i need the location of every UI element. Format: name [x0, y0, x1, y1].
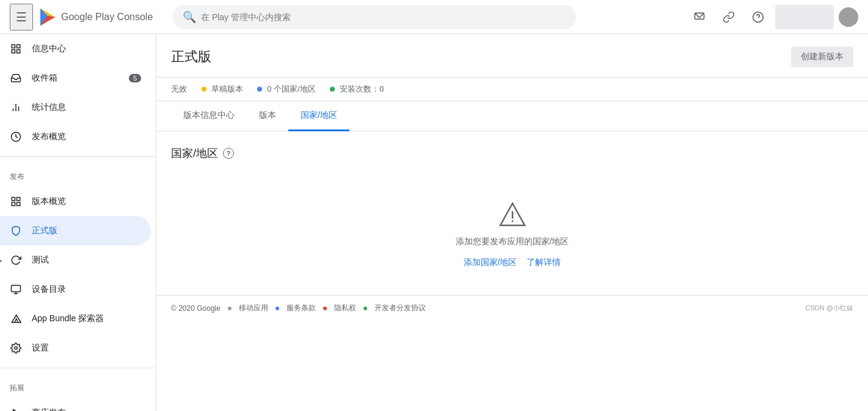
sidebar-item-inbox[interactable]: 收件箱 5: [0, 64, 151, 93]
svg-rect-8: [17, 45, 20, 48]
version-grid-icon: [10, 195, 22, 208]
sidebar-item-label: 商店发布: [32, 407, 141, 411]
svg-rect-18: [17, 203, 20, 206]
content-area: 国家/地区 ? 添加您要发布应用的国家/地区 添加国家/地区 了解详情: [156, 131, 868, 295]
sidebar-item-store-publish[interactable]: ▶ 商店发布: [0, 398, 151, 411]
publish-section-label: 发布: [0, 162, 156, 187]
sidebar-item-label: 统计信息: [32, 102, 141, 113]
empty-state: 添加您要发布应用的国家/地区 添加国家/地区 了解详情: [171, 175, 853, 280]
sidebar-item-label: 信息中心: [32, 43, 141, 54]
expand-section-label: 拓展: [0, 373, 156, 398]
tab-countries[interactable]: 国家/地区: [288, 101, 349, 131]
sidebar-item-label: 收件箱: [32, 73, 119, 84]
inbox-badge: 5: [129, 74, 141, 82]
sidebar-item-info-center[interactable]: 信息中心: [0, 34, 151, 64]
search-icon: 🔍: [183, 10, 196, 24]
bar-chart-icon: [10, 101, 22, 114]
sidebar-item-label: 设置: [32, 343, 141, 354]
notification-icon: [693, 11, 706, 23]
app-header: ☰ Google Play Google Play ConsoleConsole…: [0, 0, 868, 34]
countries-status: 0 个国家/地区: [267, 84, 315, 95]
draft-dot: [202, 87, 206, 92]
sidebar-item-device-catalog[interactable]: 设备目录: [0, 275, 151, 304]
menu-button[interactable]: ☰: [10, 4, 33, 31]
inbox-icon: [10, 72, 22, 84]
sidebar-item-app-bundle[interactable]: App Bundle 探索器: [0, 304, 151, 333]
body-wrap: 信息中心 收件箱 5 统计信息: [0, 34, 868, 411]
svg-rect-19: [12, 285, 21, 292]
sidebar-item-label: App Bundle 探索器: [32, 313, 141, 324]
app-selector[interactable]: [775, 5, 834, 29]
section-help-icon[interactable]: ?: [223, 148, 234, 159]
footer-dot-1: [275, 307, 279, 310]
sidebar-divider-2: [0, 368, 156, 368]
section-title-wrap: 国家/地区 ?: [171, 146, 234, 161]
svg-rect-9: [12, 50, 15, 53]
logo-icon: [38, 7, 57, 27]
create-version-button[interactable]: 创建新版本: [791, 46, 853, 67]
svg-point-26: [511, 220, 513, 222]
header-actions: [687, 5, 858, 29]
sidebar: 信息中心 收件箱 5 统计信息: [0, 34, 156, 411]
gear-icon: [10, 342, 22, 354]
svg-rect-10: [17, 50, 20, 53]
main-content: 正式版 创建新版本 无效 · 草稿版本 · 0 个国家/地区 · 安装次数：0 …: [156, 34, 868, 411]
tab-versions[interactable]: 版本: [247, 101, 288, 131]
link-button[interactable]: [717, 5, 741, 29]
mountain-icon: [10, 313, 22, 325]
shield-icon: [10, 225, 22, 237]
empty-actions: 添加国家/地区 了解详情: [464, 257, 561, 268]
add-countries-link[interactable]: 添加国家/地区: [464, 257, 517, 268]
footer-copyright: © 2020 Google: [171, 304, 221, 313]
help-icon: [752, 11, 764, 23]
monitor-icon: [10, 283, 22, 296]
footer-dot-2: [323, 307, 327, 310]
draft-status: 草稿版本: [211, 84, 243, 95]
sidebar-item-settings[interactable]: 设置: [0, 333, 151, 363]
installs-status: 安装次数：0: [340, 84, 384, 95]
svg-rect-17: [12, 203, 15, 206]
footer-link-mobile[interactable]: 移动应用: [239, 303, 268, 313]
sidebar-divider: [0, 156, 156, 157]
svg-point-23: [15, 347, 18, 350]
learn-more-link[interactable]: 了解详情: [527, 257, 561, 268]
sidebar-item-test[interactable]: ▶ 测试: [0, 246, 151, 275]
page-title: 正式版: [171, 48, 211, 66]
warning-icon: [498, 200, 527, 229]
status-bar: 无效 · 草稿版本 · 0 个国家/地区 · 安装次数：0: [156, 78, 868, 101]
installs-dot: [330, 87, 335, 92]
sidebar-item-publish-overview[interactable]: 发布概览: [0, 122, 151, 151]
page-header: 正式版 创建新版本: [156, 34, 868, 78]
tab-bar: 版本信息中心 版本 国家/地区: [156, 101, 868, 131]
grid-icon: [10, 43, 22, 55]
refresh-icon: [10, 254, 22, 266]
sidebar-item-label: 测试: [32, 255, 141, 266]
header-left: ☰ Google Play Google Play ConsoleConsole: [10, 4, 166, 31]
clock-icon: [10, 131, 22, 143]
footer-watermark: CSDN @小红妹: [806, 304, 853, 313]
footer-link-tos[interactable]: 服务条款: [286, 303, 316, 313]
sidebar-item-version-overview[interactable]: 版本概览: [0, 187, 151, 216]
empty-state-text: 添加您要发布应用的国家/地区: [456, 236, 569, 247]
notifications-button[interactable]: [687, 5, 712, 29]
sidebar-item-label: 版本概览: [32, 196, 141, 207]
sidebar-item-stats[interactable]: 统计信息: [0, 93, 151, 122]
sidebar-item-production[interactable]: 正式版: [0, 216, 151, 246]
play-icon: [10, 407, 22, 411]
user-avatar[interactable]: [839, 7, 858, 27]
search-input[interactable]: [201, 12, 566, 22]
tab-version-info[interactable]: 版本信息中心: [171, 101, 247, 131]
logo: Google Play Google Play ConsoleConsole: [38, 7, 153, 27]
help-button[interactable]: [746, 5, 770, 29]
search-bar: 🔍: [173, 5, 576, 29]
page-footer: © 2020 Google 移动应用 服务条款 隐私权 开发者分发协议 CSDN…: [156, 295, 868, 321]
svg-rect-7: [12, 45, 15, 48]
svg-marker-24: [13, 409, 20, 411]
sidebar-item-label: 设备目录: [32, 284, 141, 295]
footer-link-privacy[interactable]: 隐私权: [334, 303, 356, 313]
sidebar-item-label: 发布概览: [32, 131, 141, 142]
invalid-status: 无效: [171, 84, 187, 95]
sidebar-item-label: 正式版: [32, 225, 141, 236]
svg-rect-16: [17, 197, 20, 200]
footer-link-dev-agreement[interactable]: 开发者分发协议: [374, 303, 426, 313]
